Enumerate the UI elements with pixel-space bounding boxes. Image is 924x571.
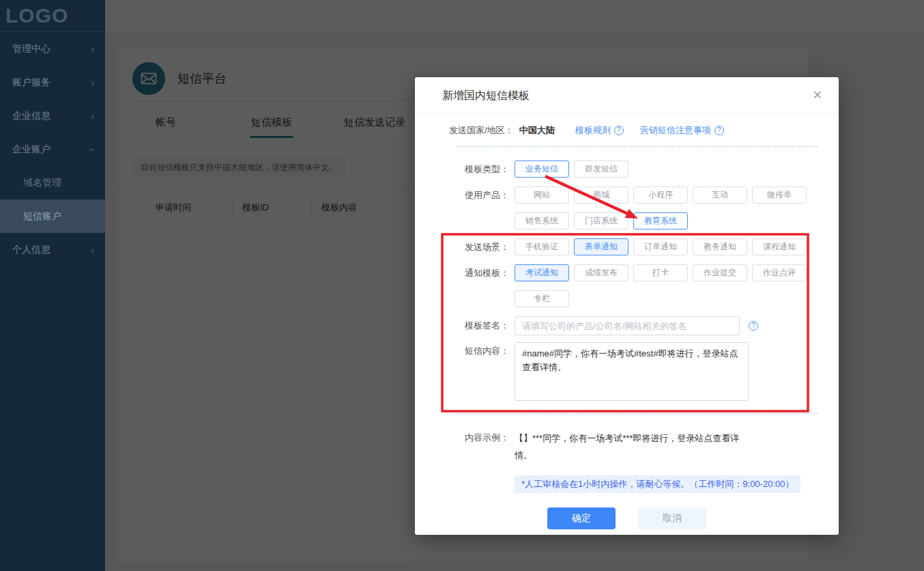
option-mini-program[interactable]: 小程序 (633, 186, 688, 204)
sidebar-item-label: 域名管理 (23, 177, 61, 189)
option-form-notice[interactable]: 表单通知 (574, 238, 629, 255)
notify-options: 考试通知成绩发布打卡作业提交作业点评专栏 (515, 264, 816, 307)
signature-help-icon[interactable]: ? (749, 321, 758, 331)
product-options: 网站商城小程序互动微传单销售系统门店系统教育系统 (515, 186, 816, 229)
option-education-system[interactable]: 教育系统 (633, 212, 688, 229)
help-icon[interactable]: ? (614, 126, 624, 135)
template-type-row: 模板类型：业务短信群发短信 (415, 161, 839, 178)
sidebar-item-label: 短信账户 (23, 210, 61, 223)
example-text: 【】***同学，你有一场考试***即将进行，登录站点查看详情。 (515, 430, 755, 464)
notify-template-row: 通知模板：考试通知成绩发布打卡作业提交作业点评专栏 (415, 264, 839, 307)
chevron-right-icon: › (91, 111, 94, 122)
sidebar-item-label: 个人信息 (12, 244, 50, 256)
send-scene-row: 发送场景：手机验证表单通知订单通知教务通知课程通知 (415, 238, 839, 255)
region-row: 发送国家/地区： 中国大陆 模板规则? 营销短信注意事项? (415, 124, 839, 137)
chevron-right-icon: › (91, 245, 94, 255)
sidebar-nav: 管理中心›账户服务›企业信息›企业账户›域名管理短信账户个人信息› (0, 32, 105, 266)
product-label: 使用产品： (449, 186, 509, 204)
example-label: 内容示例： (449, 430, 509, 446)
dashed-divider (456, 146, 818, 147)
add-domestic-sms-template-modal: 新增国内短信模板 ✕ 发送国家/地区： 中国大陆 模板规则? 营销短信注意事项?… (415, 77, 839, 535)
option-micro-flyer[interactable]: 微传单 (752, 186, 807, 204)
option-grade-release[interactable]: 成绩发布 (574, 264, 629, 281)
logo: LOGO (0, 0, 105, 32)
template_type-options: 业务短信群发短信 (515, 161, 816, 178)
confirm-button[interactable]: 确定 (547, 507, 616, 529)
sms-content-textarea[interactable]: #name#同学，你有一场考试#test#即将进行，登录站点查看详情。 (515, 342, 749, 401)
sidebar-item-label: 企业信息 (12, 110, 50, 122)
review-note: *人工审核会在1小时内操作，请耐心等候。（工作时间：9:00-20:00） (515, 475, 800, 493)
sidebar-item-label: 账户服务 (12, 76, 50, 89)
option-business-sms[interactable]: 业务短信 (515, 161, 569, 178)
option-website[interactable]: 网站 (515, 186, 569, 204)
sms-content-label: 短信内容： (449, 342, 509, 359)
sidebar-item-label: 企业账户 (12, 143, 50, 156)
example-row: 内容示例： 【】***同学，你有一场考试***即将进行，登录站点查看详情。 (415, 430, 839, 464)
option-order-notice[interactable]: 订单通知 (633, 238, 688, 255)
template_type-label: 模板类型： (449, 161, 509, 178)
help-icon[interactable]: ? (714, 126, 724, 135)
sidebar-item-enterprise-info[interactable]: 企业信息› (0, 99, 105, 133)
template-rules-link[interactable]: 模板规则? (575, 124, 624, 137)
notify-label: 通知模板： (449, 264, 509, 281)
sidebar-item-enterprise-account[interactable]: 企业账户› (0, 133, 105, 166)
region-value: 中国大陆 (519, 124, 555, 137)
modal-header: 新增国内短信模板 ✕ (415, 77, 839, 113)
chevron-down-icon: › (87, 148, 98, 151)
option-column[interactable]: 专栏 (515, 290, 569, 307)
sidebar-item-label: 管理中心 (12, 43, 50, 55)
dashed-divider (456, 413, 818, 414)
product-row: 使用产品：网站商城小程序互动微传单销售系统门店系统教育系统 (415, 186, 839, 229)
option-academic-notice[interactable]: 教务通知 (693, 238, 747, 255)
marketing-sms-notes-link[interactable]: 营销短信注意事项? (640, 124, 724, 137)
option-store-system[interactable]: 门店系统 (574, 212, 629, 229)
chevron-right-icon: › (91, 77, 94, 88)
scene-options: 手机验证表单通知订单通知教务通知课程通知 (515, 238, 816, 255)
region-label: 发送国家/地区： (449, 124, 514, 137)
sidebar-item-personal-info[interactable]: 个人信息› (0, 233, 105, 266)
option-check-in[interactable]: 打卡 (633, 264, 688, 281)
option-course-notice[interactable]: 课程通知 (752, 238, 807, 255)
sidebar-item-domain-management[interactable]: 域名管理 (0, 166, 105, 199)
scene-label: 发送场景： (449, 238, 509, 255)
sidebar-item-sms-account[interactable]: 短信账户 (0, 199, 105, 233)
option-sales-system[interactable]: 销售系统 (515, 212, 569, 229)
sidebar: LOGO 管理中心›账户服务›企业信息›企业账户›域名管理短信账户个人信息› (0, 0, 105, 571)
option-phone-verification[interactable]: 手机验证 (515, 238, 569, 255)
option-exam-notice[interactable]: 考试通知 (515, 264, 569, 281)
chevron-right-icon: › (91, 44, 94, 55)
sidebar-item-account-service[interactable]: 账户服务› (0, 66, 105, 99)
signature-row: 模板签名： ? (415, 316, 839, 335)
app-window: LOGO 管理中心›账户服务›企业信息›企业账户›域名管理短信账户个人信息› 短… (0, 0, 924, 571)
modal-actions: 确定 取消 (547, 507, 839, 529)
sms-content-row: 短信内容： #name#同学，你有一场考试#test#即将进行，登录站点查看详情… (415, 342, 839, 401)
option-mall[interactable]: 商城 (574, 186, 629, 204)
signature-input[interactable] (515, 316, 740, 335)
close-icon[interactable]: ✕ (813, 89, 822, 101)
signature-label: 模板签名： (449, 316, 509, 335)
sidebar-item-management-center[interactable]: 管理中心› (0, 32, 105, 66)
option-homework-review[interactable]: 作业点评 (752, 264, 807, 281)
option-homework-submit[interactable]: 作业提交 (693, 264, 747, 281)
option-bulk-sms[interactable]: 群发短信 (574, 161, 629, 178)
option-interaction[interactable]: 互动 (693, 186, 747, 204)
modal-title: 新增国内短信模板 (442, 77, 530, 113)
cancel-button[interactable]: 取消 (638, 507, 706, 529)
